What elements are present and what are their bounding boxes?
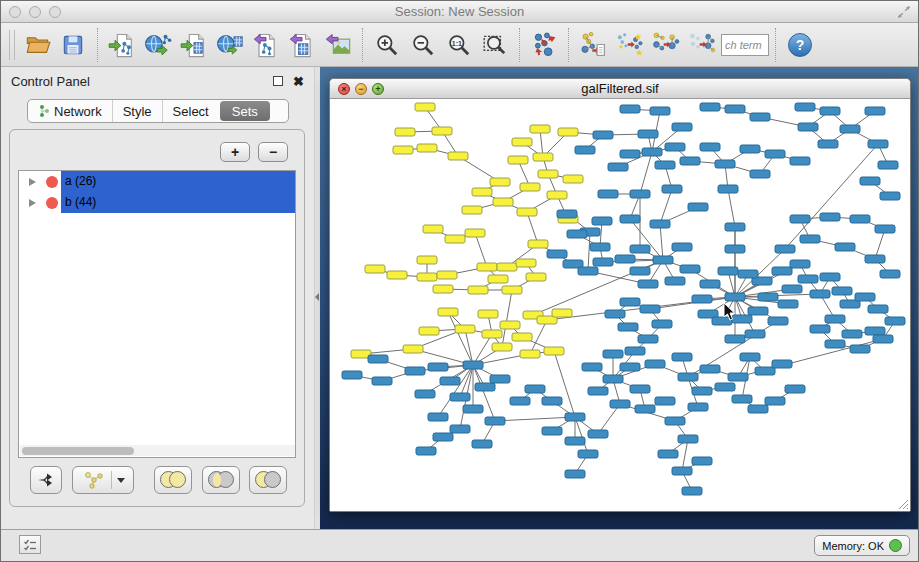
graph-node-blue[interactable]	[428, 413, 448, 421]
graph-node-blue[interactable]	[850, 215, 870, 223]
new-network-selected-nodes-all-edges-button[interactable]	[611, 25, 647, 65]
collapse-panel-icon[interactable]	[315, 293, 319, 301]
tab-network[interactable]: Network	[28, 100, 112, 122]
graph-node-yellow[interactable]	[512, 333, 532, 341]
graph-node-blue[interactable]	[665, 417, 685, 425]
graph-node-blue[interactable]	[630, 267, 650, 275]
graph-node-yellow[interactable]	[516, 259, 536, 267]
graph-node-blue[interactable]	[433, 433, 453, 441]
graph-edge[interactable]	[475, 233, 487, 267]
graph-node-blue[interactable]	[463, 405, 483, 413]
graph-node-yellow[interactable]	[497, 263, 517, 271]
graph-node-blue[interactable]	[798, 123, 818, 131]
horizontal-scrollbar[interactable]	[20, 445, 296, 456]
graph-node-blue[interactable]	[840, 125, 860, 133]
graph-node-blue[interactable]	[868, 140, 888, 148]
graph-node-blue[interactable]	[842, 330, 862, 338]
zoom-out-button[interactable]	[405, 25, 441, 65]
graph-node-yellow[interactable]	[437, 271, 457, 279]
network-canvas[interactable]	[330, 99, 910, 511]
graph-node-blue[interactable]	[718, 185, 738, 193]
graph-node-yellow[interactable]	[472, 188, 492, 196]
graph-node-yellow[interactable]	[500, 321, 520, 329]
graph-node-blue[interactable]	[510, 397, 530, 405]
close-panel-icon[interactable]: ✖	[293, 74, 304, 89]
set-row[interactable]: a (26)	[19, 171, 295, 192]
frame-minimize-button[interactable]: −	[355, 83, 367, 95]
graph-node-blue[interactable]	[405, 367, 425, 375]
union-sets-button[interactable]	[154, 466, 192, 494]
import-table-file-button[interactable]	[176, 25, 212, 65]
graph-node-blue[interactable]	[688, 403, 708, 411]
graph-node-blue[interactable]	[650, 220, 670, 228]
graph-node-blue[interactable]	[608, 163, 628, 171]
graph-node-yellow[interactable]	[438, 308, 458, 316]
graph-node-blue[interactable]	[638, 280, 658, 288]
graph-node-blue[interactable]	[542, 397, 562, 405]
add-set-button[interactable]: +	[220, 142, 250, 162]
graph-node-blue[interactable]	[593, 131, 613, 139]
graph-edge[interactable]	[473, 334, 492, 365]
graph-node-blue[interactable]	[750, 170, 770, 178]
graph-node-yellow[interactable]	[468, 286, 488, 294]
graph-node-blue[interactable]	[557, 210, 577, 218]
graph-node-blue[interactable]	[578, 450, 598, 458]
graph-node-yellow[interactable]	[558, 128, 578, 136]
graph-node-blue[interactable]	[372, 377, 392, 385]
graph-node-yellow[interactable]	[502, 286, 522, 294]
new-network-from-selection-button[interactable]	[575, 25, 611, 65]
graph-node-yellow[interactable]	[419, 327, 439, 335]
graph-node-yellow[interactable]	[547, 191, 567, 199]
zoom-window-button[interactable]	[49, 6, 61, 18]
graph-node-blue[interactable]	[620, 298, 640, 306]
graph-edge[interactable]	[682, 439, 688, 471]
network-frame[interactable]: × − + galFiltered.sif	[329, 78, 911, 512]
graph-node-blue[interactable]	[547, 250, 567, 258]
graph-node-yellow[interactable]	[493, 198, 513, 206]
help-button[interactable]: ?	[788, 33, 812, 57]
graph-node-blue[interactable]	[592, 217, 612, 225]
difference-sets-button[interactable]	[249, 466, 287, 494]
graph-node-blue[interactable]	[878, 161, 898, 169]
graph-node-yellow[interactable]	[417, 273, 437, 281]
graph-node-yellow[interactable]	[533, 153, 553, 161]
graph-node-blue[interactable]	[835, 243, 855, 251]
graph-edge[interactable]	[495, 417, 575, 421]
graph-node-blue[interactable]	[475, 383, 495, 391]
frame-close-button[interactable]: ×	[338, 83, 350, 95]
graph-node-blue[interactable]	[463, 361, 483, 369]
graph-node-blue[interactable]	[625, 347, 645, 355]
graph-node-blue[interactable]	[855, 293, 875, 301]
graph-edge[interactable]	[554, 351, 575, 417]
network-graph[interactable]	[330, 99, 908, 509]
graph-node-blue[interactable]	[873, 335, 893, 343]
graph-node-yellow[interactable]	[417, 256, 437, 264]
fullscreen-icon[interactable]	[896, 4, 912, 20]
graph-node-yellow[interactable]	[417, 144, 437, 152]
graph-node-blue[interactable]	[665, 277, 685, 285]
graph-node-blue[interactable]	[542, 427, 562, 435]
graph-node-yellow[interactable]	[432, 127, 452, 135]
graph-node-yellow[interactable]	[563, 175, 583, 183]
graph-node-yellow[interactable]	[512, 138, 532, 146]
graph-node-blue[interactable]	[748, 307, 768, 315]
graph-node-blue[interactable]	[860, 177, 880, 185]
graph-node-blue[interactable]	[630, 385, 650, 393]
graph-node-yellow[interactable]	[528, 240, 548, 248]
graph-node-blue[interactable]	[795, 103, 815, 111]
graph-node-yellow[interactable]	[365, 265, 385, 273]
graph-node-blue[interactable]	[740, 145, 760, 153]
new-network-from-visible-button[interactable]	[683, 25, 719, 65]
import-table-url-button[interactable]	[212, 25, 248, 65]
graph-node-blue[interactable]	[772, 267, 792, 275]
set-row[interactable]: b (44)	[19, 192, 295, 213]
graph-node-blue[interactable]	[428, 363, 448, 371]
graph-node-blue[interactable]	[825, 315, 845, 323]
graph-node-yellow[interactable]	[488, 275, 508, 283]
graph-node-blue[interactable]	[725, 293, 745, 301]
graph-node-yellow[interactable]	[538, 170, 558, 178]
graph-node-yellow[interactable]	[403, 345, 423, 353]
graph-node-blue[interactable]	[868, 305, 888, 313]
graph-node-blue[interactable]	[748, 405, 768, 413]
graph-node-yellow[interactable]	[526, 273, 546, 281]
